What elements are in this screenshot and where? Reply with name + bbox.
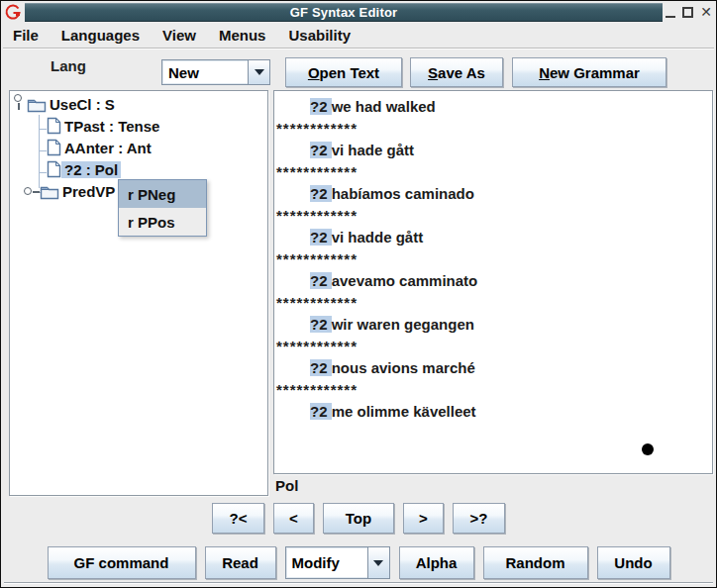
- language-combobox-value: New: [162, 60, 248, 84]
- sentence-text: me olimme kävelleet: [332, 403, 476, 420]
- window-controls: ✕: [666, 5, 712, 20]
- output-separator: ************: [276, 161, 710, 183]
- status-label: Pol: [275, 477, 298, 494]
- tree-node-label: TPast : Tense: [61, 118, 162, 135]
- output-sentence: ?2 vi hadde gått: [276, 227, 710, 248]
- gf-syntax-editor-window: GF Syntax Editor ✕ File Languages View M…: [0, 0, 717, 588]
- metavariable-highlight[interactable]: ?2: [310, 98, 332, 115]
- open-text-button[interactable]: Open Text: [285, 57, 402, 87]
- output-separator: ************: [276, 118, 710, 140]
- tree-node-usecl[interactable]: UseCl : S: [27, 93, 118, 115]
- refinement-popup-menu: r PNeg r PPos: [118, 179, 207, 237]
- close-icon[interactable]: ✕: [700, 7, 712, 18]
- sentence-text: nous avions marché: [332, 359, 475, 376]
- metavariable-highlight[interactable]: ?2: [310, 403, 332, 420]
- tree-expand-handle-collapsed[interactable]: [24, 187, 40, 197]
- next-node-button[interactable]: >: [403, 503, 444, 534]
- tree-node-label: UseCl : S: [47, 96, 118, 113]
- menu-bar: File Languages View Menus Usability: [3, 23, 714, 49]
- sentence-text: vi hadde gått: [332, 229, 424, 245]
- next-metavariable-button[interactable]: >?: [453, 503, 505, 534]
- sentence-text: vi hade gått: [332, 142, 414, 158]
- random-button[interactable]: Random: [483, 546, 588, 579]
- caret-dot: [642, 443, 654, 455]
- metavariable-highlight[interactable]: ?2: [310, 272, 332, 289]
- menu-languages[interactable]: Languages: [61, 27, 140, 44]
- menu-menus[interactable]: Menus: [219, 27, 266, 44]
- output-sentence: ?2 avevamo camminato: [276, 270, 710, 292]
- popup-item-ppos[interactable]: r PPos: [119, 208, 206, 236]
- tree-line: [40, 172, 47, 173]
- alpha-button[interactable]: Alpha: [399, 546, 474, 579]
- menu-file[interactable]: File: [13, 27, 39, 44]
- document-icon: [47, 160, 61, 178]
- metavariable-highlight[interactable]: ?2: [310, 359, 332, 376]
- output-separator: ************: [276, 292, 710, 314]
- folder-icon: [27, 96, 47, 113]
- folder-icon: [40, 183, 59, 200]
- navigation-row: ?< < Top > >?: [1, 503, 716, 535]
- modify-combobox-value: Modify: [286, 547, 367, 578]
- output-sentence: ?2 vi hade gått: [276, 140, 710, 161]
- popup-item-pneg[interactable]: r PNeg: [119, 180, 206, 208]
- gf-logo-icon: [3, 2, 23, 22]
- title-bar[interactable]: GF Syntax Editor: [25, 3, 663, 22]
- metavariable-highlight[interactable]: ?2: [310, 185, 332, 202]
- undo-button[interactable]: Undo: [597, 546, 670, 579]
- action-row: GF command Read Modify Alpha Random Undo: [1, 546, 716, 579]
- sentence-text: habíamos caminado: [332, 185, 474, 202]
- output-sentence: ?2 habíamos caminado: [276, 183, 710, 205]
- output-area: ?2 we had walked************?2 vi hade g…: [274, 91, 712, 473]
- document-icon: [47, 117, 61, 135]
- combobox-dropdown-arrow-icon[interactable]: [248, 60, 269, 84]
- sentence-text: wir waren gegangen: [332, 316, 474, 333]
- output-sentence: ?2 me olimme kävelleet: [276, 401, 710, 423]
- modify-combobox[interactable]: Modify: [285, 546, 390, 579]
- output-separator: ************: [276, 248, 710, 270]
- toolbar: Lang New Open Text Save As New Grammar: [3, 49, 714, 89]
- top-button[interactable]: Top: [323, 503, 394, 534]
- sentence-text: we had walked: [332, 98, 436, 115]
- metavariable-highlight[interactable]: ?2: [310, 229, 332, 245]
- window-title: GF Syntax Editor: [290, 5, 398, 20]
- menu-usability[interactable]: Usability: [288, 27, 351, 44]
- tree-line: [39, 115, 40, 188]
- tree-line: [40, 150, 47, 151]
- tree-node-label: PredVP: [59, 183, 118, 200]
- output-separator: ************: [276, 379, 710, 401]
- document-icon: [47, 139, 61, 156]
- tree-line: [40, 129, 47, 130]
- maximize-icon[interactable]: [682, 7, 693, 18]
- prev-node-button[interactable]: <: [273, 503, 314, 534]
- save-as-button[interactable]: Save As: [410, 57, 503, 87]
- syntax-tree-panel[interactable]: UseCl : S TPast : Tense AAnter : Ant ?2 …: [9, 90, 268, 496]
- window-frame-groove: [4, 582, 713, 584]
- lang-label: Lang: [51, 57, 86, 74]
- output-sentence: ?2 we had walked: [276, 96, 710, 118]
- combobox-dropdown-arrow-icon[interactable]: [367, 547, 389, 578]
- new-grammar-button[interactable]: New Grammar: [512, 57, 666, 87]
- output-sentence: ?2 wir waren gegangen: [276, 314, 710, 336]
- tree-node-metavariable-pol[interactable]: ?2 : Pol: [47, 158, 121, 180]
- metavariable-highlight[interactable]: ?2: [310, 316, 332, 333]
- output-sentence: ?2 nous avions marché: [276, 357, 710, 379]
- language-combobox[interactable]: New: [161, 59, 270, 85]
- read-button[interactable]: Read: [205, 546, 276, 579]
- prev-metavariable-button[interactable]: ?<: [212, 503, 264, 534]
- minimize-icon[interactable]: [666, 7, 675, 18]
- sentence-text: avevamo camminato: [332, 272, 478, 289]
- tree-node-aanter[interactable]: AAnter : Ant: [47, 137, 154, 158]
- output-separator: ************: [276, 336, 710, 357]
- tree-node-label-selected: ?2 : Pol: [61, 161, 121, 178]
- metavariable-highlight[interactable]: ?2: [310, 142, 332, 158]
- menu-view[interactable]: View: [162, 27, 196, 44]
- linearization-panel[interactable]: ?2 we had walked************?2 vi hade g…: [273, 90, 713, 474]
- tree-node-predvp[interactable]: PredVP: [40, 180, 118, 202]
- output-separator: ************: [276, 205, 710, 227]
- gf-command-button[interactable]: GF command: [48, 546, 196, 579]
- tree-expand-handle-expanded[interactable]: [14, 94, 24, 110]
- tree-node-tpast[interactable]: TPast : Tense: [47, 115, 162, 137]
- tree-node-label: AAnter : Ant: [61, 140, 154, 156]
